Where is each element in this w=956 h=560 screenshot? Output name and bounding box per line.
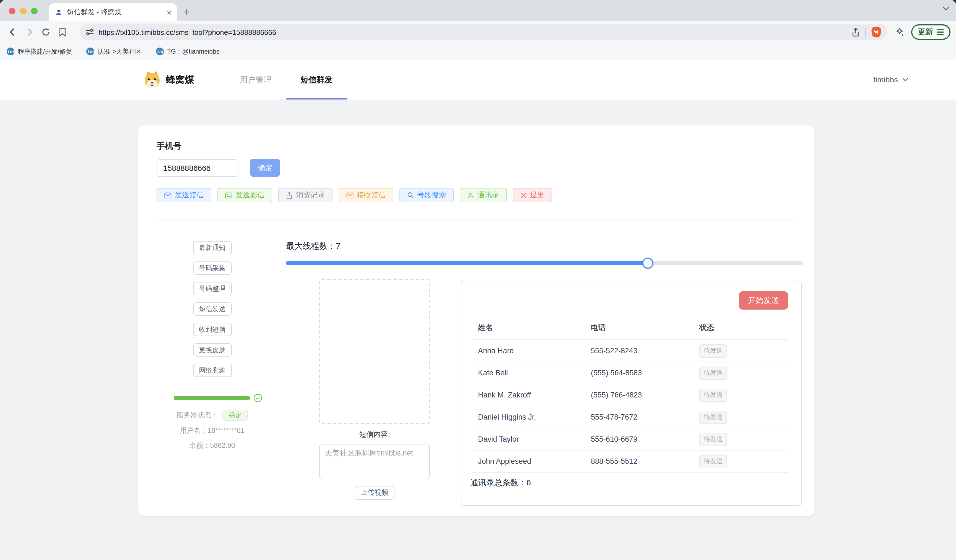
sidebar-button-number-collect[interactable]: 号码采集 <box>193 262 231 275</box>
bookmark-icon[interactable] <box>55 25 70 39</box>
col-header-name: 姓名 <box>472 318 585 340</box>
bookmark-favicon: Tm <box>7 47 14 55</box>
new-tab-button[interactable]: + <box>184 6 190 19</box>
table-header-row: 姓名 电话 状态 <box>472 318 788 340</box>
col-header-status: 状态 <box>694 318 788 340</box>
sms-content-label: 短信内容: <box>319 430 430 439</box>
send-mms-button[interactable]: 发送彩信 <box>217 188 272 202</box>
image-upload-dropzone[interactable] <box>319 279 430 424</box>
receive-sms-button[interactable]: 接收短信 <box>338 188 393 202</box>
threads-slider[interactable] <box>286 261 803 265</box>
table-row: David Taylor 555-610-6679 待发送 <box>472 428 788 450</box>
close-window-button[interactable] <box>9 8 16 14</box>
table-row: John Appleseed 888-555-5512 待发送 <box>472 450 788 472</box>
traffic-lights <box>9 8 38 14</box>
sidebar-button-network-speedtest[interactable]: 网络测速 <box>193 364 231 377</box>
phone-label: 手机号 <box>157 141 797 152</box>
sidebar-button-change-skin[interactable]: 更换皮肤 <box>193 343 231 356</box>
ai-sparkle-icon[interactable] <box>895 27 904 37</box>
workspace: 短信内容: 天美社区源码网timibbs.net 上传视频 开始发送 姓名 <box>286 279 803 506</box>
back-icon[interactable] <box>6 25 20 39</box>
bookmark-favicon: Tm <box>86 47 94 55</box>
sidebar-button-latest-notice[interactable]: 最新通知 <box>193 241 231 254</box>
phone-row: 确定 <box>157 158 797 177</box>
url-bar[interactable]: https://txl105.timibbs.cc/sms_tool?phone… <box>80 24 887 40</box>
chip-label: 号段搜索 <box>417 190 446 200</box>
share-icon[interactable] <box>851 27 860 37</box>
phone-input[interactable] <box>157 159 239 177</box>
account-name: timibbs <box>873 75 898 84</box>
chevron-down-icon <box>903 78 909 82</box>
chip-label: 发送短信 <box>175 190 204 200</box>
bookmark-item[interactable]: Tm 程序搭建/开发/修复 <box>7 47 72 56</box>
nav-item-user-management[interactable]: 用户管理 <box>225 60 286 99</box>
chip-label: 发送彩信 <box>236 190 264 200</box>
tab-close-icon[interactable]: × <box>167 8 171 17</box>
account-dropdown[interactable]: timibbs <box>873 60 909 99</box>
max-threads-value: 7 <box>336 241 341 250</box>
reload-icon[interactable] <box>39 25 53 39</box>
nav-item-sms-broadcast[interactable]: 短信群发 <box>286 60 347 99</box>
contact-name: Hank M. Zakroff <box>472 384 585 406</box>
contact-phone: 555-478-7672 <box>585 406 694 428</box>
sidebar-button-number-organize[interactable]: 号码整理 <box>193 282 231 295</box>
bookmark-item[interactable]: Tm 认准->天美社区 <box>86 47 142 56</box>
contact-name: John Appleseed <box>472 450 585 472</box>
minimize-window-button[interactable] <box>20 8 27 14</box>
send-sms-button[interactable]: 发送短信 <box>157 188 211 202</box>
confirm-button[interactable]: 确定 <box>250 158 280 177</box>
slider-thumb[interactable] <box>642 257 653 269</box>
sms-content-textarea[interactable]: 天美社区源码网timibbs.net <box>319 444 430 479</box>
tab-strip: 短信群发 - 蜂窝煤 × + <box>0 0 956 21</box>
server-status-badge: 稳定 <box>222 409 248 421</box>
browser-tab[interactable]: 短信群发 - 蜂窝煤 × <box>49 3 177 21</box>
sidebar-button-sms-send[interactable]: 短信发送 <box>193 303 231 316</box>
contact-phone: (555) 766-4823 <box>585 384 694 406</box>
tab-title: 短信群发 - 蜂窝煤 <box>67 8 163 17</box>
progress-bar <box>174 396 250 400</box>
bookmark-item[interactable]: Tm TG：@tianmeibbs <box>156 47 220 56</box>
slider-fill <box>286 261 648 265</box>
close-x-icon <box>520 192 527 198</box>
status-badge: 待发送 <box>699 388 727 402</box>
contact-phone: (555) 564-8583 <box>585 362 694 384</box>
webpage: 蜂窝煤 用户管理 短信群发 timibbs 手机号 确定 <box>0 60 956 538</box>
contacts-total-value: 6 <box>527 478 531 487</box>
forward-icon[interactable] <box>22 25 36 39</box>
brand-name: 蜂窝煤 <box>166 73 194 86</box>
zoom-window-button[interactable] <box>31 8 38 14</box>
sidebar-button-sms-received[interactable]: 收到短信 <box>193 323 231 336</box>
message-column: 短信内容: 天美社区源码网timibbs.net 上传视频 <box>319 279 430 506</box>
username-line: 用户名：18********61 <box>180 426 244 436</box>
brave-shields-icon[interactable] <box>871 27 881 38</box>
start-sending-button[interactable]: 开始发送 <box>739 291 788 310</box>
number-segment-search-button[interactable]: 号段搜索 <box>399 188 454 202</box>
billing-records-button[interactable]: 消费记录 <box>278 188 332 202</box>
main-nav: 用户管理 短信群发 <box>225 60 347 99</box>
contact-name: Kate Bell <box>472 362 585 384</box>
menu-hamburger-icon <box>937 29 944 35</box>
contact-name: Anna Haro <box>472 340 585 362</box>
url-text[interactable]: https://txl105.timibbs.cc/sms_tool?phone… <box>99 28 851 36</box>
table-row: Anna Haro 555-522-8243 待发送 <box>472 340 788 362</box>
status-badge: 待发送 <box>699 433 727 446</box>
content-grid: 最新通知 号码采集 号码整理 短信发送 收到短信 更换皮肤 网络测速 服务器状 <box>157 241 797 506</box>
contacts-total: 通讯录总条数：6 <box>470 478 788 488</box>
upload-video-button[interactable]: 上传视频 <box>355 486 395 500</box>
site-header: 蜂窝煤 用户管理 短信群发 timibbs <box>0 60 956 99</box>
status-badge: 待发送 <box>699 344 727 358</box>
table-row: Kate Bell (555) 564-8583 待发送 <box>472 362 788 384</box>
search-icon <box>407 192 414 198</box>
contacts-panel: 开始发送 姓名 电话 状态 <box>461 281 802 506</box>
site-settings-tune-icon[interactable] <box>85 28 94 36</box>
envelope-icon <box>164 192 171 198</box>
bookmark-label: 认准->天美社区 <box>97 47 142 56</box>
browser-toolbar: https://txl105.timibbs.cc/sms_tool?phone… <box>0 21 956 43</box>
envelope-icon <box>346 192 354 198</box>
logout-button[interactable]: 退出 <box>513 188 552 202</box>
tab-search-chevron-icon[interactable] <box>943 6 949 11</box>
table-row: Hank M. Zakroff (555) 766-4823 待发送 <box>472 384 788 406</box>
image-icon <box>225 192 232 198</box>
browser-update-button[interactable]: 更新 <box>911 24 950 40</box>
contacts-button[interactable]: 通讯录 <box>460 188 507 202</box>
